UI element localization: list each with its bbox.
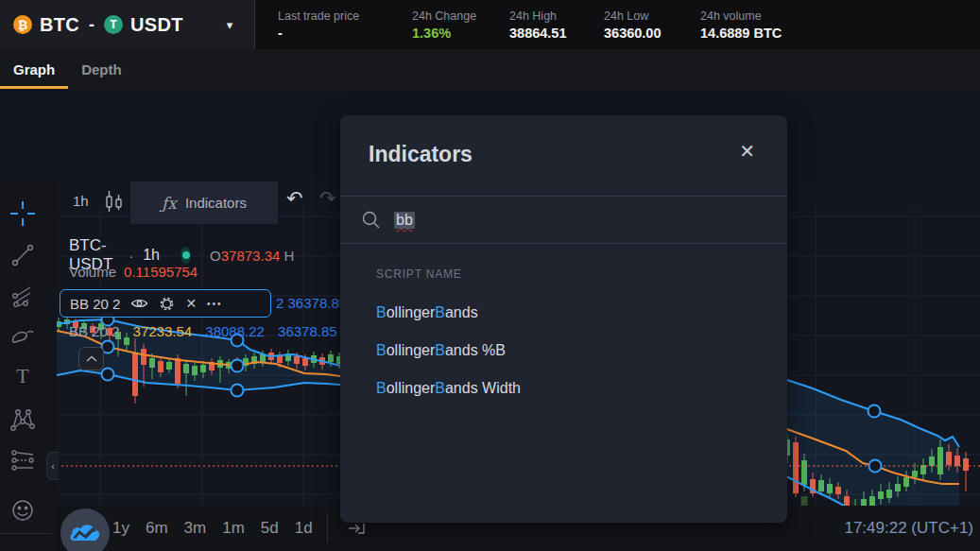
drawing-tools-sidebar: T xyxy=(0,180,57,551)
tool-emoji[interactable] xyxy=(7,494,39,526)
bb-legend-partial-values: 2 36378.85 xyxy=(276,295,347,311)
stat-last-trade-price: Last trade price - xyxy=(278,9,412,41)
fx-icon: ƒx xyxy=(162,194,177,213)
bb-indicator-legend-values[interactable]: BB 20 2 37233.54 38088.22 36378.85 xyxy=(69,323,337,339)
indicator-results-list: SCRIPT NAME Bollinger BandsBollinger Ban… xyxy=(340,244,787,407)
interval-button[interactable]: 1h xyxy=(69,191,93,211)
legend-collapse-button[interactable] xyxy=(78,347,104,370)
change-value: 1.36% xyxy=(412,26,509,41)
stat-24h-volume: 24h volume 14.6889 BTC xyxy=(700,9,833,41)
indicator-result-item[interactable]: Bollinger Bands xyxy=(376,294,787,332)
interval-label: 1h xyxy=(143,247,160,264)
close-icon[interactable]: ✕ xyxy=(739,142,755,161)
remove-indicator-icon[interactable]: ✕ xyxy=(185,296,197,311)
indicator-result-item[interactable]: Bollinger Bands Width xyxy=(376,370,787,407)
indicators-button-label: Indicators xyxy=(185,195,247,211)
brush-icon xyxy=(9,325,36,348)
ohlc-values: O37873.34 H xyxy=(210,248,294,264)
candle-style-icon[interactable] xyxy=(104,188,125,218)
more-options-icon[interactable]: ••• xyxy=(207,299,223,309)
emoji-icon xyxy=(10,498,35,523)
bb-upper-value: 38088.22 xyxy=(205,323,265,339)
indicator-search-field[interactable]: bb xyxy=(340,196,787,244)
bb-lower-value: 36378.85 xyxy=(278,323,337,339)
eye-icon[interactable] xyxy=(130,297,148,310)
tool-forecast[interactable] xyxy=(7,444,39,476)
indicator-result-item[interactable]: Bollinger Bands %B xyxy=(376,332,787,370)
indicators-button[interactable]: ƒx Indicators xyxy=(130,181,278,224)
pair-base: BTC xyxy=(40,14,79,36)
trading-app: ₿ BTC - T USDT ▾ Last trade price - 24h … xyxy=(0,0,980,551)
range-5d[interactable]: 5d xyxy=(261,519,279,538)
crosshair-icon xyxy=(9,199,37,228)
gear-icon[interactable] xyxy=(159,296,175,312)
topbar: ₿ BTC - T USDT ▾ Last trade price - 24h … xyxy=(0,0,980,49)
tool-brush[interactable] xyxy=(7,320,39,353)
sidebar-divider xyxy=(0,533,52,534)
range-buttons: 5y 1y 6m 3m 1m 5d 1d xyxy=(79,519,313,538)
tool-trend-line[interactable] xyxy=(7,239,39,271)
pitchfork-icon xyxy=(9,284,36,310)
bb-basis-value: 37233.54 xyxy=(133,323,193,339)
xabcd-pattern-icon xyxy=(9,406,37,433)
redo-icon[interactable]: ↷ xyxy=(319,187,336,210)
bb-indicator-legend-hover[interactable]: BB 20 2 ✕ ••• xyxy=(60,289,271,318)
modal-title: Indicators xyxy=(369,142,473,166)
svg-text:T: T xyxy=(16,364,29,387)
modal-header: Indicators ✕ xyxy=(340,115,787,196)
clock-utc[interactable]: 17:49:22 (UTC+1) xyxy=(844,519,973,538)
tab-graph[interactable]: Graph xyxy=(0,49,68,90)
search-input-value[interactable]: bb xyxy=(394,212,415,229)
sidebar-collapse-handle[interactable]: ‹ xyxy=(46,452,59,480)
pair-quote: USDT xyxy=(130,14,183,36)
tool-crosshair[interactable] xyxy=(7,198,39,230)
undo-icon[interactable]: ↶ xyxy=(286,187,303,210)
search-icon xyxy=(361,210,382,231)
pair-separator: - xyxy=(89,15,95,35)
range-1m[interactable]: 1m xyxy=(222,519,245,538)
market-status-dot xyxy=(181,247,191,264)
text-icon: T xyxy=(11,364,34,388)
range-3m[interactable]: 3m xyxy=(184,519,207,538)
range-1y[interactable]: 1y xyxy=(112,519,129,538)
stat-24h-change: 24h Change 1.36% xyxy=(412,9,509,41)
usdt-coin-icon: T xyxy=(104,15,123,34)
tab-depth[interactable]: Depth xyxy=(68,49,135,90)
market-stats: Last trade price - 24h Change 1.36% 24h … xyxy=(255,0,833,49)
range-6m[interactable]: 6m xyxy=(146,519,168,538)
tool-text[interactable]: T xyxy=(7,360,39,392)
stat-24h-high: 24h High 38864.51 xyxy=(509,9,604,41)
volume-row: Volume0.11595754 xyxy=(69,264,198,280)
chevron-down-icon[interactable]: ▾ xyxy=(227,18,233,32)
stat-24h-low: 24h Low 36360.00 xyxy=(604,9,700,41)
forecast-icon xyxy=(9,448,36,473)
trend-line-icon xyxy=(10,243,35,267)
indicators-modal: Indicators ✕ bb SCRIPT NAME Bollinger Ba… xyxy=(340,115,787,523)
view-tabs: Graph Depth xyxy=(0,49,980,90)
pair-selector[interactable]: ₿ BTC - T USDT ▾ xyxy=(0,0,255,49)
tool-xabcd-pattern[interactable] xyxy=(7,404,39,436)
script-name-header: SCRIPT NAME xyxy=(376,267,787,281)
toolbar-divider xyxy=(327,514,328,542)
tool-pitchfork[interactable] xyxy=(7,281,39,313)
range-1d[interactable]: 1d xyxy=(295,519,313,538)
exchange-logo-watermark xyxy=(60,508,110,551)
btc-coin-icon: ₿ xyxy=(13,15,32,34)
